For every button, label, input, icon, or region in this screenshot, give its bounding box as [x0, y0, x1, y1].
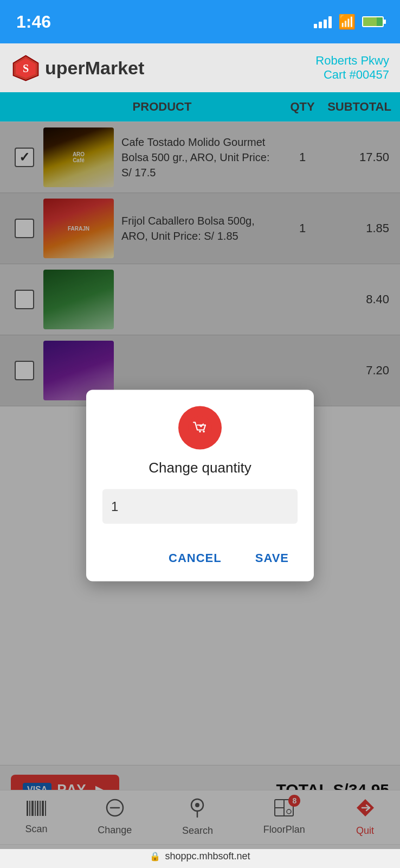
table-header: PRODUCT QTY SUBTOTAL	[0, 92, 400, 122]
app-title: uperMarket	[45, 58, 144, 79]
status-icons: 📶	[314, 14, 384, 30]
dialog-cart-icon	[178, 406, 222, 450]
header-right: Roberts Pkwy Cart #00457	[315, 54, 389, 82]
svg-point-4	[199, 431, 201, 433]
svg-point-5	[203, 431, 205, 433]
status-time: 1:46	[16, 12, 51, 32]
browser-url: shoppc.mhbsoft.net	[165, 851, 250, 862]
logo-container: S uperMarket	[11, 53, 144, 83]
app-header: S uperMarket Roberts Pkwy Cart #00457	[0, 43, 400, 92]
superman-logo-icon: S	[11, 53, 41, 83]
cancel-button[interactable]: CANCEL	[160, 546, 230, 571]
store-name: Roberts Pkwy	[315, 54, 389, 68]
svg-point-3	[188, 416, 212, 440]
col-product-header: PRODUCT	[133, 100, 192, 113]
svg-text:S: S	[23, 62, 29, 74]
battery-icon	[362, 16, 384, 27]
cart-svg-icon	[188, 416, 212, 440]
save-button[interactable]: SAVE	[247, 546, 298, 571]
dialog-title: Change quantity	[102, 459, 298, 476]
col-qty-header: QTY	[290, 100, 314, 113]
cart-number: Cart #00457	[315, 68, 389, 82]
change-quantity-dialog: Change quantity CANCEL SAVE	[86, 390, 314, 582]
status-bar: 1:46 📶	[0, 0, 400, 43]
wifi-icon: 📶	[338, 14, 356, 30]
dialog-buttons: CANCEL SAVE	[102, 540, 298, 571]
col-subtotal-header: SUBTOTAL	[327, 100, 391, 113]
signal-icon	[314, 15, 332, 28]
content-area: ✓ AROCafé Cafe Tostado Molido Gourmet Bo…	[0, 122, 400, 849]
quantity-input[interactable]	[102, 489, 298, 524]
lock-icon: 🔒	[150, 851, 160, 861]
